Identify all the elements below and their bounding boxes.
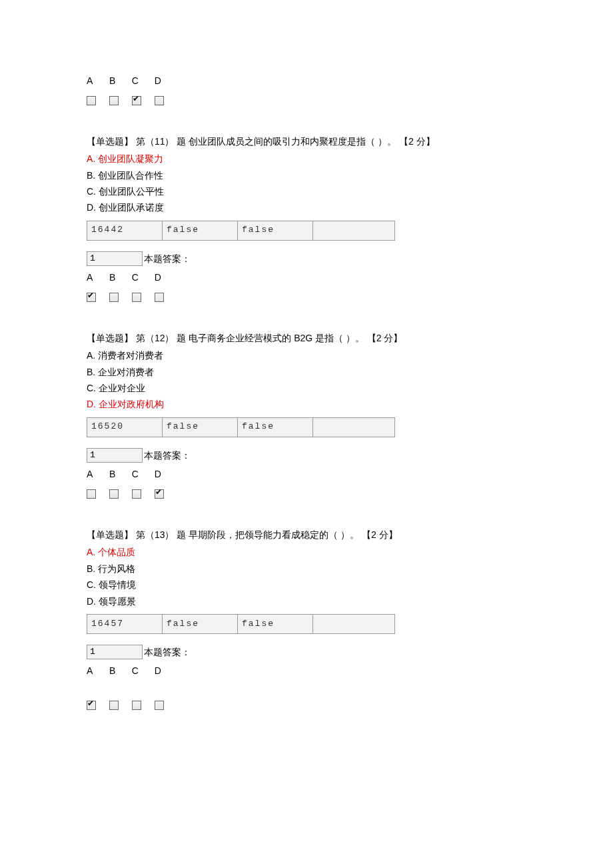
- answer-num-input[interactable]: 1: [87, 251, 143, 266]
- meta-cell-2[interactable]: false: [163, 221, 238, 240]
- answer-num-input[interactable]: 1: [87, 448, 143, 463]
- option-B: B. 企业对消费者: [87, 365, 526, 379]
- label-D: D: [155, 73, 175, 88]
- label-A: A: [87, 73, 107, 88]
- answer-input-row: 1本题答案：: [87, 645, 526, 659]
- meta-cell-4[interactable]: [313, 417, 395, 437]
- answer-input-row: 1本题答案：: [87, 251, 526, 266]
- label-B: B: [109, 467, 129, 481]
- options-list: A. 消费者对消费者 B. 企业对消费者 C. 企业对企业 D. 企业对政府机构: [87, 348, 526, 412]
- label-D: D: [155, 663, 175, 678]
- answer-label: 本题答案：: [144, 253, 191, 264]
- meta-cell-4[interactable]: [313, 614, 395, 633]
- answer-checks-row: [87, 697, 526, 712]
- question-12: 【单选题】 第（12） 题 电子商务企业经营模式的 B2G 是指（ ）。 【2 …: [87, 331, 526, 501]
- checkbox-B[interactable]: [109, 701, 119, 710]
- checkbox-D[interactable]: [155, 701, 164, 710]
- prev-question-answer-block: A B C D: [87, 73, 526, 107]
- option-D: D. 创业团队承诺度: [87, 200, 526, 215]
- option-A: A. 个体品质: [87, 545, 526, 559]
- checkbox-C[interactable]: [132, 96, 141, 105]
- question-title: 【单选题】 第（11） 题 创业团队成员之间的吸引力和内聚程度是指（ ）。 【2…: [87, 134, 526, 149]
- question-11: 【单选题】 第（11） 题 创业团队成员之间的吸引力和内聚程度是指（ ）。 【2…: [87, 134, 526, 304]
- answer-label: 本题答案：: [144, 647, 191, 657]
- answer-labels-row: A B C D: [87, 73, 526, 88]
- option-C: C. 领导情境: [87, 577, 526, 592]
- option-B: B. 创业团队合作性: [87, 168, 526, 183]
- label-C: C: [132, 663, 152, 678]
- checkbox-B[interactable]: [109, 489, 119, 499]
- option-D: D. 领导愿景: [87, 594, 526, 609]
- option-C: C. 企业对企业: [87, 381, 526, 395]
- meta-cell-1[interactable]: 16442: [87, 221, 163, 240]
- meta-cell-2[interactable]: false: [163, 417, 238, 437]
- label-A: A: [87, 663, 107, 678]
- meta-cell-3[interactable]: false: [238, 417, 313, 437]
- label-D: D: [155, 270, 175, 285]
- meta-table: 16520 false false: [87, 417, 395, 437]
- label-B: B: [109, 663, 129, 678]
- answer-checks-row: [87, 92, 526, 107]
- label-B: B: [109, 73, 129, 88]
- checkbox-A[interactable]: [87, 489, 96, 499]
- meta-cell-2[interactable]: false: [163, 614, 238, 633]
- options-list: A. 个体品质 B. 行为风格 C. 领导情境 D. 领导愿景: [87, 545, 526, 609]
- meta-cell-3[interactable]: false: [238, 614, 313, 633]
- option-A: A. 消费者对消费者: [87, 348, 526, 363]
- meta-cell-3[interactable]: false: [238, 221, 313, 240]
- answer-label: 本题答案：: [144, 450, 191, 461]
- option-C: C. 创业团队公平性: [87, 184, 526, 199]
- question-13: 【单选题】 第（13） 题 早期阶段，把领导能力看成稳定的（ ）。 【2 分】 …: [87, 527, 526, 712]
- options-list: A. 创业团队凝聚力 B. 创业团队合作性 C. 创业团队公平性 D. 创业团队…: [87, 151, 526, 215]
- meta-cell-4[interactable]: [313, 221, 395, 240]
- meta-cell-1[interactable]: 16520: [87, 417, 163, 437]
- question-title: 【单选题】 第（12） 题 电子商务企业经营模式的 B2G 是指（ ）。 【2 …: [87, 331, 526, 345]
- option-A: A. 创业团队凝聚力: [87, 151, 526, 166]
- checkbox-A[interactable]: [87, 96, 96, 105]
- answer-labels-row: A B C D: [87, 467, 526, 481]
- checkbox-B[interactable]: [109, 293, 119, 302]
- label-D: D: [155, 467, 175, 481]
- answer-num-input[interactable]: 1: [87, 645, 143, 659]
- checkbox-D[interactable]: [155, 293, 164, 302]
- label-A: A: [87, 467, 107, 481]
- answer-input-row: 1本题答案：: [87, 448, 526, 463]
- checkbox-C[interactable]: [132, 701, 141, 710]
- checkbox-D[interactable]: [155, 96, 164, 105]
- checkbox-A[interactable]: [87, 701, 96, 710]
- option-B: B. 行为风格: [87, 561, 526, 576]
- label-B: B: [109, 270, 129, 285]
- option-D: D. 企业对政府机构: [87, 397, 526, 411]
- meta-table: 16442 false false: [87, 221, 395, 241]
- answer-labels-row: A B C D: [87, 270, 526, 285]
- label-C: C: [132, 270, 152, 285]
- label-C: C: [132, 467, 152, 481]
- question-title: 【单选题】 第（13） 题 早期阶段，把领导能力看成稳定的（ ）。 【2 分】: [87, 527, 526, 542]
- checkbox-A[interactable]: [87, 293, 96, 302]
- label-A: A: [87, 270, 107, 285]
- checkbox-C[interactable]: [132, 293, 141, 302]
- answer-labels-row: A B C D: [87, 663, 526, 678]
- meta-cell-1[interactable]: 16457: [87, 614, 163, 633]
- checkbox-D[interactable]: [155, 489, 164, 499]
- answer-checks-row: [87, 289, 526, 304]
- answer-checks-row: [87, 486, 526, 501]
- checkbox-C[interactable]: [132, 489, 141, 499]
- label-C: C: [132, 73, 152, 88]
- checkbox-B[interactable]: [109, 96, 119, 105]
- meta-table: 16457 false false: [87, 614, 395, 634]
